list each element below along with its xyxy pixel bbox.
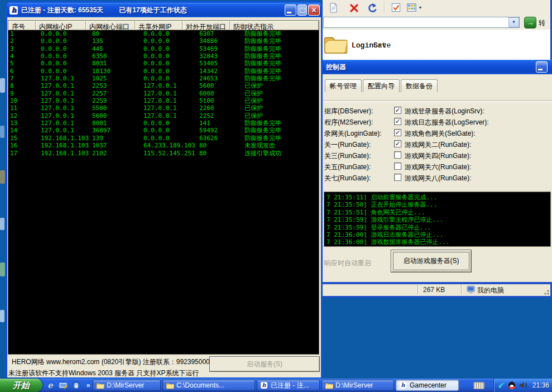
service-checkbox[interactable]: ✓	[394, 129, 401, 136]
go-arrow-icon[interactable]: →	[524, 17, 536, 28]
table-row[interactable]: 6 0.0.0.0 18130 0.0.0.0 14342 防御服务完毕	[8, 68, 319, 75]
table-row[interactable]: 7 127.0.0.1 1025 0.0.0.0 24653 防御服务完毕	[8, 75, 319, 82]
folder-icon	[323, 34, 348, 57]
service-left-label: 关三(RunGate):	[324, 151, 371, 161]
table-row[interactable]: 2 0.0.0.0 135 0.0.0.0 34886 防御服务完毕	[8, 37, 319, 45]
service-left-label: 程序(M2Server):	[324, 118, 373, 127]
table-row[interactable]: 9 127.0.0.1 2257 127.0.0.1 6000 已保护	[8, 90, 319, 97]
show-desktop-icon[interactable]	[57, 380, 69, 390]
service-checkbox[interactable]: ✓	[394, 151, 401, 159]
cell-lan-ip: 127.0.0.1	[39, 104, 90, 112]
minimize-button[interactable]	[536, 61, 548, 73]
main-titlebar[interactable]: h 已注册 - 注册天数: 65535天 已有17项处于工作状态 ×	[7, 3, 321, 17]
cell-status: 已保护	[243, 112, 319, 119]
cell-lan-ip: 127.0.0.1	[39, 127, 90, 134]
tab[interactable]: 帐号管理	[325, 79, 362, 92]
log-line: 7 21:36:00] 游戏数据库服务器已停止...	[327, 238, 550, 246]
resize-grip[interactable]	[543, 288, 549, 295]
undo-icon[interactable]	[366, 2, 378, 13]
service-checkbox[interactable]: ✓	[394, 118, 401, 125]
minimize-button[interactable]	[285, 4, 296, 16]
tab[interactable]: 配置向导	[363, 79, 400, 92]
cell-wan-ip: 0.0.0.0	[142, 30, 198, 37]
ie-icon[interactable]: e	[45, 380, 56, 390]
tray-qq-icon[interactable]	[507, 381, 516, 390]
table-row[interactable]: 11 127.0.0.1 5500 127.0.0.1 2260 已保护	[8, 104, 319, 112]
service-checkbox[interactable]: ✓	[394, 140, 401, 147]
table-row[interactable]: 1 0.0.0.0 80 0.0.0.0 6307 防御服务完毕	[8, 30, 319, 37]
check-icon[interactable]	[390, 2, 402, 13]
cell-wan-ip: 0.0.0.0	[142, 135, 198, 142]
table-row[interactable]: 16 192.168.1.103 1037 64.233.189.103 80 …	[8, 142, 319, 149]
service-left-label: 录网关(LoginGate):	[324, 129, 382, 138]
column-header[interactable]: 内网核心端口	[86, 21, 135, 30]
taskbar: 开始 e » h D:\MirServer h	[0, 379, 552, 392]
folder-item[interactable]: LoginSrv	[323, 34, 386, 57]
table-row[interactable]: 5 0.0.0.0 8031 0.0.0.0 53405 防御服务完毕	[8, 60, 319, 67]
check-glyph: ✓	[395, 141, 401, 147]
cell-seq: 2	[8, 37, 39, 45]
start-service-button-disabled[interactable]: 启动服务(S)	[209, 356, 320, 372]
window-title-right: 已有17项处于工作状态	[119, 6, 186, 15]
statusbar-zone: 我的电脑	[477, 286, 504, 295]
tray-volume-icon[interactable]	[519, 381, 527, 390]
check-glyph: ✓	[395, 130, 401, 136]
service-checkbox[interactable]: ✓	[394, 107, 401, 114]
cell-lan-port: 18130	[90, 68, 142, 75]
taskbar-button-label: D:\MirServer	[335, 381, 373, 389]
address-dropdown-icon[interactable]: ▼	[508, 17, 519, 27]
quicklaunch-overflow-chevron[interactable]: »	[83, 380, 94, 390]
start-game-server-button[interactable]: 启动游戏服务器(S)	[391, 250, 472, 273]
table-row[interactable]: 14 127.0.0.1 36897 0.0.0.0 59492 防御服务完毕	[8, 127, 319, 134]
taskbar-window-button[interactable]: h D:\MirServer	[321, 380, 394, 391]
tray-swoosh-icon[interactable]	[497, 381, 506, 390]
column-header[interactable]: 对外开放端口	[183, 21, 230, 30]
table-row[interactable]: 10 127.0.0.1 2259 127.0.0.1 5100 已保护	[8, 97, 319, 104]
document-icon[interactable]	[327, 2, 339, 13]
cell-status: 防御服务完毕	[243, 60, 319, 67]
column-header[interactable]: 共享外网IP	[135, 21, 183, 30]
address-input[interactable]	[323, 17, 520, 28]
cell-status: 已保护	[243, 82, 319, 89]
maximize-button[interactable]	[297, 4, 307, 16]
service-right-label: 游戏角色网关(SelGate):	[405, 129, 476, 138]
table-row[interactable]: 8 127.0.0.1 2253 127.0.0.1 5600 已保护	[8, 82, 319, 89]
start-button[interactable]: 开始	[0, 379, 42, 392]
desktop-icon-fragment	[0, 170, 5, 184]
column-header[interactable]: 内网核心IP	[36, 21, 86, 30]
cell-open-port: 5100	[198, 97, 243, 104]
controller-titlebar[interactable]: 控制器	[323, 60, 552, 74]
input-method-keyboard-icon[interactable]	[473, 382, 484, 389]
cell-wan-ip: 127.0.0.1	[142, 82, 198, 89]
table-row[interactable]: 15 192.168.1.103 139 0.0.0.0 63626 防御服务完…	[8, 135, 319, 142]
column-header[interactable]: 序号	[8, 21, 36, 30]
table-row[interactable]: 12 127.0.0.1 5600 127.0.0.1 2252 已保护	[8, 112, 319, 119]
delete-icon[interactable]	[348, 2, 361, 13]
cell-status: 防御服务完毕	[243, 135, 319, 142]
clock[interactable]: 21:36	[532, 381, 549, 389]
tab[interactable]: 数据备份	[401, 79, 438, 92]
table-row[interactable]: 4 0.0.0.0 6350 0.0.0.0 32843 防御服务完毕	[8, 52, 319, 60]
quicklaunch-app-icon[interactable]	[70, 380, 81, 390]
log-line: 7 21:35:50] 正在开始停止服务器...	[327, 201, 550, 208]
taskbar-window-button[interactable]: h 已注册 - 注...	[257, 380, 320, 391]
taskbar-window-button[interactable]: h D:\MirServer	[93, 380, 161, 391]
taskbar-window-button[interactable]: h Gamecenter	[396, 380, 459, 391]
window-title-left: 已注册 - 注册天数: 65535天	[21, 6, 103, 15]
taskbar-window-button[interactable]: h C:\Documents...	[162, 380, 255, 391]
service-checkbox[interactable]: ✓	[394, 162, 401, 170]
table-row[interactable]: 3 0.0.0.0 445 0.0.0.0 53469 防御服务完毕	[8, 45, 319, 52]
cell-lan-ip: 0.0.0.0	[39, 30, 90, 37]
taskbar-button-icon: h	[324, 381, 333, 389]
column-header[interactable]: 防御状态指示	[230, 21, 319, 30]
views-icon[interactable]	[405, 2, 417, 13]
statusbar-separator	[417, 285, 419, 294]
table-row[interactable]: 13 127.0.0.1 8081 0.0.0.0 141 防御服务完毕	[8, 119, 319, 127]
cell-lan-port: 8081	[90, 119, 142, 127]
controller-tabs: 帐号管理 配置向导 数据备份	[325, 79, 438, 92]
close-button[interactable]: ×	[308, 4, 320, 16]
check-glyph: ✓	[395, 107, 401, 113]
views-dropdown-caret[interactable]: ▼	[417, 2, 423, 13]
service-checkbox[interactable]: ✓	[394, 174, 401, 181]
table-row[interactable]: 17 192.168.1.103 2102 115.52.145.251 80 …	[8, 150, 319, 157]
